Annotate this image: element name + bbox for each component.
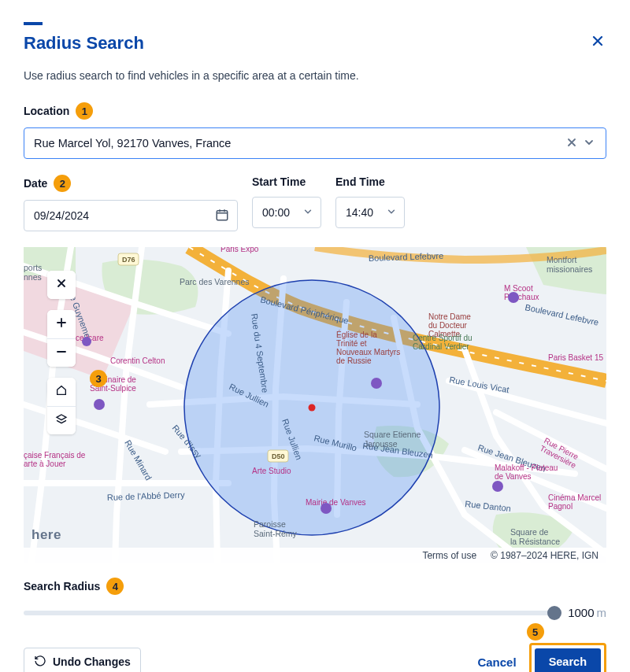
map-attribution: Terms of use © 1987–2024 HERE, IGN <box>24 548 606 563</box>
close-icon <box>592 34 603 50</box>
radius-value: 1000 <box>568 606 594 619</box>
callout-badge-5: 5 <box>527 623 544 641</box>
end-time-select[interactable]: 14:40 <box>335 197 405 228</box>
callout-badge-4: 4 <box>106 578 124 595</box>
clear-location-button[interactable] <box>563 134 580 153</box>
callout-badge-2: 2 <box>54 175 71 192</box>
x-icon <box>566 137 577 150</box>
radius-label-row: Search Radius 4 <box>24 578 124 595</box>
date-label-row: Date 2 <box>24 175 71 192</box>
chevron-down-icon <box>584 137 595 150</box>
minus-icon <box>56 346 67 360</box>
location-input[interactable] <box>34 128 563 158</box>
radius-search-dialog: Radius Search Use radius search to find … <box>0 0 630 672</box>
svg-text:portsnnes: portsnnes <box>24 263 42 282</box>
map-provider-logo: here <box>32 527 61 543</box>
close-button[interactable] <box>589 33 606 50</box>
poi-celton: Corentin Celton <box>110 356 165 365</box>
cancel-button[interactable]: Cancel <box>477 655 516 669</box>
map-copyright: © 1987–2024 HERE, IGN <box>491 550 598 561</box>
date-value: 09/24/2024 <box>34 209 89 222</box>
calendar-icon <box>215 208 229 224</box>
chevron-down-icon <box>303 206 313 219</box>
date-label: Date <box>24 177 47 190</box>
location-dropdown-toggle[interactable] <box>580 134 598 153</box>
poi-expo: Paris Expo <box>220 247 259 253</box>
shield-d76: D76 <box>122 256 135 264</box>
poi-varennes: Parc des Varennes <box>180 277 250 286</box>
map-canvas: D76 D50 Boulevard Périphérique Boulevard… <box>24 247 606 563</box>
layers-icon <box>55 413 68 429</box>
location-label: Location <box>24 105 69 117</box>
undo-label: Undo Changes <box>53 655 131 668</box>
dialog-description: Use radius search to find vehicles in a … <box>24 69 606 82</box>
end-time-value: 14:40 <box>346 206 373 219</box>
map-controls <box>47 271 76 434</box>
map-clear-button[interactable] <box>47 271 76 299</box>
map-home-button[interactable] <box>47 378 76 406</box>
accent-bar <box>24 22 43 25</box>
svg-text:Centre Sportif duCardinal Verd: Centre Sportif duCardinal Verdier <box>413 334 472 351</box>
svg-point-25 <box>508 292 519 303</box>
svg-point-23 <box>321 503 332 514</box>
chevron-down-icon <box>387 206 396 219</box>
search-button[interactable]: Search <box>535 648 601 672</box>
radius-label: Search Radius <box>24 580 100 593</box>
radius-unit: m <box>597 606 607 619</box>
start-time-select[interactable]: 00:00 <box>252 197 321 228</box>
svg-point-26 <box>82 337 91 346</box>
start-time-value: 00:00 <box>262 206 290 219</box>
zoom-in-button[interactable] <box>47 310 76 338</box>
undo-changes-button[interactable]: Undo Changes <box>24 648 141 673</box>
start-time-label: Start Time <box>252 175 306 188</box>
dialog-title: Radius Search <box>24 33 144 54</box>
map-terms-link[interactable]: Terms of use <box>422 550 476 561</box>
x-icon <box>56 278 67 292</box>
svg-point-4 <box>309 404 316 412</box>
date-input[interactable]: 09/24/2024 <box>24 200 238 231</box>
poi-arte: Arte Studio <box>252 467 291 475</box>
poi-mairie: Mairie de Vanves <box>306 498 366 507</box>
slider-thumb[interactable] <box>547 606 561 620</box>
map[interactable]: D76 D50 Boulevard Périphérique Boulevard… <box>24 247 606 563</box>
poi-basket: Paris Basket 15 <box>548 353 603 362</box>
map-layers-button[interactable] <box>47 406 76 434</box>
callout-badge-3: 3 <box>90 370 107 387</box>
zoom-out-button[interactable] <box>47 338 76 367</box>
svg-point-21 <box>94 399 105 410</box>
refresh-icon <box>34 655 46 670</box>
radius-slider[interactable] <box>24 611 560 615</box>
end-time-label: End Time <box>335 175 385 188</box>
location-input-wrap[interactable] <box>24 127 606 159</box>
shield-d50: D50 <box>272 452 285 460</box>
callout-badge-1: 1 <box>76 102 93 120</box>
svg-point-24 <box>492 481 503 492</box>
plus-icon <box>56 317 67 331</box>
home-icon <box>55 384 68 400</box>
radius-value-display: 1000 m <box>568 606 606 619</box>
search-button-highlight: 5 Search <box>529 643 606 672</box>
svg-rect-0 <box>217 210 228 220</box>
location-label-row: Location 1 <box>24 102 93 120</box>
svg-point-22 <box>371 378 382 389</box>
